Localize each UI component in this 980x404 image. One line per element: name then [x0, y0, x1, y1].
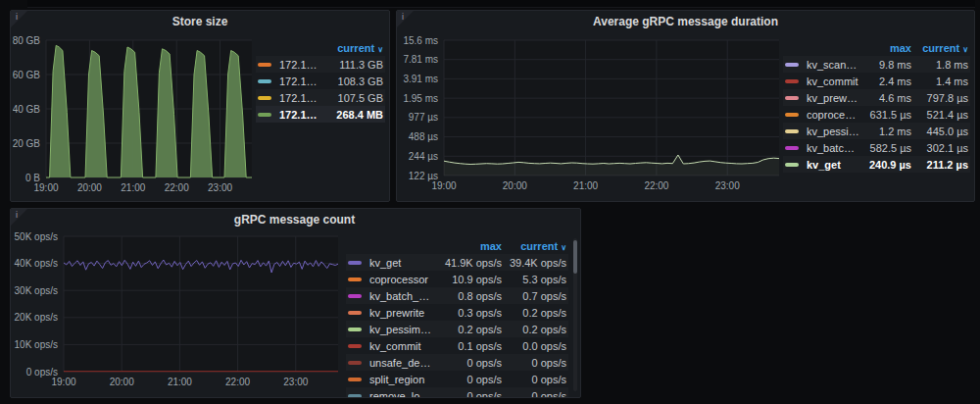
series-label[interactable]: kv_get: [807, 159, 860, 171]
info-icon[interactable]: i: [16, 210, 18, 220]
series-max-value: 631.5 µs: [860, 109, 911, 121]
series-current-value: 268.4 MB: [322, 109, 383, 121]
series-label[interactable]: 172.16.4.77:23732: [279, 76, 322, 87]
series-swatch[interactable]: [348, 311, 362, 315]
series-label[interactable]: kv_batch_get: [369, 290, 431, 302]
series-swatch[interactable]: [348, 294, 362, 298]
legend-row[interactable]: kv_pessimistic_lock0.2 ops/s0.2 ops/s: [346, 321, 568, 337]
legend-row[interactable]: 172.16.4.76:23732107.5 GB: [256, 89, 385, 106]
series-swatch[interactable]: [785, 79, 799, 83]
series-label[interactable]: kv_prewrite: [369, 307, 431, 319]
legend-row[interactable]: kv_get41.9K ops/s39.4K ops/s: [346, 254, 568, 271]
legend-row[interactable]: kv_commit2.4 ms1.4 ms: [783, 73, 970, 89]
svg-text:3.91 ms: 3.91 ms: [403, 74, 438, 84]
legend-row[interactable]: split_region0 ops/s0 ops/s: [346, 371, 568, 387]
legend-row[interactable]: 172.16.4.77:23732108.3 GB: [256, 73, 385, 89]
series-label[interactable]: kv_prewrite: [807, 92, 860, 104]
series-label[interactable]: remove_lock_observer: [369, 390, 431, 399]
legend-scrollbar[interactable]: [573, 238, 577, 391]
series-swatch[interactable]: [348, 261, 362, 265]
legend-row[interactable]: kv_get240.9 µs211.2 µs: [783, 156, 970, 173]
sort-caret-icon: ∨: [561, 243, 566, 252]
series-max-value: 10.9 ops/s: [431, 274, 502, 285]
series-label[interactable]: unsafe_destroy_range: [369, 357, 431, 369]
series-label[interactable]: 172.16.4.76:23732: [279, 92, 322, 104]
series-label[interactable]: kv_commit: [369, 340, 431, 352]
series-label[interactable]: 172.16.4.3:23732: [279, 109, 322, 121]
series-swatch[interactable]: [785, 129, 799, 133]
series-current-value: 797.8 µs: [911, 92, 968, 104]
legend-row[interactable]: kv_scan_lock9.8 ms1.8 ms: [783, 56, 970, 73]
info-icon[interactable]: i: [402, 12, 404, 22]
series-swatch[interactable]: [348, 378, 362, 381]
svg-text:488 µs: 488 µs: [409, 131, 438, 142]
legend-col-current[interactable]: current∨: [911, 42, 968, 54]
sort-caret-icon: ∨: [377, 45, 383, 54]
legend-col-max[interactable]: max: [860, 42, 911, 54]
series-swatch[interactable]: [785, 96, 799, 100]
grpc-count-chart[interactable]: 0 ops/s10K ops/s20K ops/s30K ops/s40K op…: [13, 230, 346, 398]
series-swatch[interactable]: [258, 79, 271, 83]
series-label[interactable]: kv_pessimistic_lock: [369, 324, 431, 335]
panel-info-corner[interactable]: [11, 11, 27, 27]
legend-row[interactable]: kv_pessimistic_lock1.2 ms445.0 µs: [783, 123, 970, 139]
series-current-value: 107.5 GB: [322, 92, 383, 104]
legend-col-max[interactable]: max: [431, 240, 502, 252]
series-swatch[interactable]: [785, 163, 799, 167]
series-label[interactable]: split_region: [369, 374, 431, 385]
legend-col-current[interactable]: current∨: [322, 42, 383, 54]
legend-row[interactable]: kv_prewrite0.3 ops/s0.2 ops/s: [346, 304, 568, 321]
series-label[interactable]: 172.16.4.78:23732: [279, 59, 322, 71]
series-swatch[interactable]: [258, 96, 271, 100]
store-size-chart[interactable]: 0 B20 GB40 GB60 GB80 GB19:0020:0021:0022…: [13, 32, 256, 201]
series-swatch[interactable]: [785, 146, 799, 150]
legend-row[interactable]: 172.16.4.3:23732268.4 MB: [256, 106, 385, 123]
panel-info-corner[interactable]: [11, 209, 27, 226]
x-axis-ticks: 19:0020:0021:0022:0023:00: [431, 180, 740, 191]
grpc-duration-chart[interactable]: 122 µs244 µs488 µs977 µs1.95 ms3.91 ms7.…: [399, 32, 783, 201]
legend-row[interactable]: kv_commit0.1 ops/s0.0 ops/s: [346, 337, 568, 354]
legend-row[interactable]: kv_batch_get0.8 ops/s0.7 ops/s: [346, 287, 568, 304]
series-label[interactable]: kv_pessimistic_lock: [807, 126, 860, 137]
legend-row[interactable]: kv_batch_get582.5 µs302.1 µs: [783, 139, 970, 156]
svg-text:22:00: 22:00: [225, 377, 250, 387]
legend-row[interactable]: coprocessor10.9 ops/s5.3 ops/s: [346, 271, 568, 287]
series-max-value: 0.1 ops/s: [431, 340, 502, 352]
series-swatch[interactable]: [785, 113, 799, 117]
series-swatch[interactable]: [348, 278, 362, 281]
panel-title[interactable]: gRPC message count: [11, 209, 578, 230]
legend-col-current[interactable]: current∨: [502, 240, 566, 252]
series-label[interactable]: kv_batch_get: [807, 142, 860, 154]
series-label[interactable]: kv_get: [369, 257, 431, 269]
series-swatch[interactable]: [258, 113, 271, 117]
series-swatch[interactable]: [348, 394, 362, 398]
info-icon[interactable]: i: [16, 12, 18, 22]
series-max-value: 0.2 ops/s: [431, 324, 502, 335]
panel-title[interactable]: Average gRPC message duration: [397, 11, 974, 32]
series-label[interactable]: kv_scan_lock: [807, 59, 860, 71]
legend-row[interactable]: kv_prewrite4.6 ms797.8 µs: [783, 89, 970, 106]
series-swatch[interactable]: [785, 63, 799, 67]
x-axis-ticks: 19:0020:0021:0022:0023:00: [33, 182, 232, 193]
series-swatch[interactable]: [348, 361, 362, 365]
series-max-value: 0.3 ops/s: [431, 307, 502, 319]
svg-text:7.81 ms: 7.81 ms: [403, 54, 438, 65]
series-label[interactable]: coprocessor: [369, 274, 431, 285]
panel-title[interactable]: Store size: [11, 11, 389, 32]
sort-caret-icon: ∨: [962, 45, 968, 54]
legend-row[interactable]: coprocessor631.5 µs521.4 µs: [783, 106, 970, 123]
legend-row[interactable]: remove_lock_observer0 ops/s0 ops/s: [346, 387, 568, 398]
svg-text:0 B: 0 B: [25, 173, 40, 183]
svg-text:20:00: 20:00: [77, 182, 102, 193]
legend-scrollbar-thumb[interactable]: [573, 240, 577, 274]
series-max-value: 4.6 ms: [860, 92, 911, 104]
series-label[interactable]: kv_commit: [807, 76, 860, 87]
y-axis-ticks: 0 B20 GB40 GB60 GB80 GB: [13, 35, 40, 183]
legend-row[interactable]: 172.16.4.78:23732111.3 GB: [256, 56, 385, 73]
legend-row[interactable]: unsafe_destroy_range0 ops/s0 ops/s: [346, 354, 568, 371]
series-swatch[interactable]: [348, 328, 362, 331]
series-label[interactable]: coprocessor: [807, 109, 860, 121]
panel-info-corner[interactable]: [397, 11, 414, 27]
series-swatch[interactable]: [348, 344, 362, 348]
series-swatch[interactable]: [258, 63, 271, 67]
